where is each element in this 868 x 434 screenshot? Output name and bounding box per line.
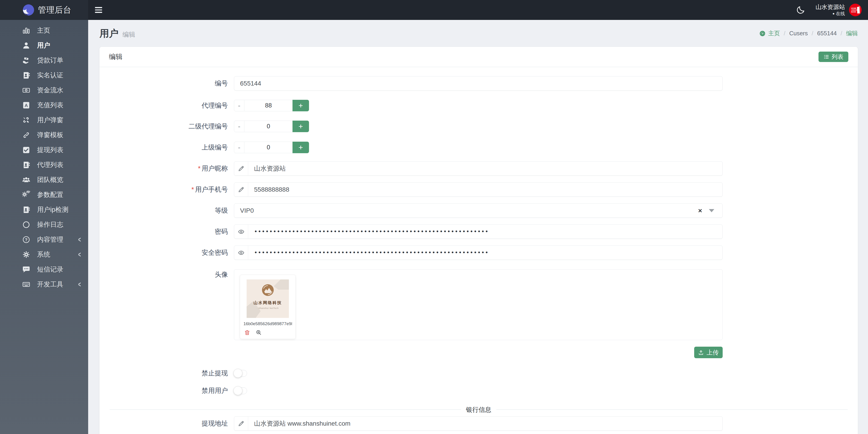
id-card-icon xyxy=(22,71,30,80)
security-password-input[interactable]: ••••••••••••••••••••••••••••••••••••••••… xyxy=(234,245,723,260)
password-input[interactable]: ••••••••••••••••••••••••••••••••••••••••… xyxy=(234,225,723,239)
breadcrumb-id[interactable]: 655144 xyxy=(817,30,837,37)
stepper-minus-button[interactable]: - xyxy=(234,121,244,132)
sidebar-item-sms-log[interactable]: 短信记录 xyxy=(0,262,88,277)
link-icon xyxy=(22,131,30,139)
sub-agent-id-stepper: - 0 + xyxy=(234,121,309,132)
cogs-icon xyxy=(22,191,30,199)
top-header: 管理后台 山水资源站 ●在线 xyxy=(0,0,868,20)
field-label-security-password: 安全密码 xyxy=(99,248,234,257)
clear-selection-icon[interactable]: × xyxy=(698,207,702,214)
sidebar-item-dev-tools[interactable]: 开发工具< xyxy=(0,277,88,292)
level-selected-value: VIP0 xyxy=(234,207,254,214)
security-password-masked-value: ••••••••••••••••••••••••••••••••••••••••… xyxy=(248,249,489,256)
parent-id-value[interactable]: 0 xyxy=(244,142,292,153)
user-block[interactable]: 山水资源站 ●在线 xyxy=(815,3,845,17)
chevron-left-icon: < xyxy=(78,280,81,289)
parent-id-stepper: - 0 + xyxy=(234,142,309,153)
sidebar-item-withdraw-list[interactable]: 提现列表 xyxy=(0,143,88,157)
app-title: 管理后台 xyxy=(38,4,71,16)
stepper-minus-button[interactable]: - xyxy=(234,100,244,111)
forbid-withdraw-toggle[interactable] xyxy=(234,370,247,377)
sidebar-item-user-popup[interactable]: 用户弹窗 xyxy=(0,113,88,127)
field-label-avatar: 头像 xyxy=(99,269,234,279)
sidebar-item-recharge-list[interactable]: 充值列表 xyxy=(0,98,88,113)
upload-button[interactable]: 上传 xyxy=(694,347,723,358)
eye-icon[interactable] xyxy=(234,225,248,238)
agent-id-value[interactable]: 88 xyxy=(244,100,292,111)
sidebar-item-identity-verify[interactable]: 实名认证 xyxy=(0,68,88,83)
withdraw-address-input[interactable]: 山水资源站 www.shanshuinet.com xyxy=(234,416,723,431)
agent-id-stepper: - 88 + xyxy=(234,100,309,111)
pencil-icon xyxy=(234,162,248,175)
avatar-upload-area[interactable]: 山水网络科技 · Shanshui NetTech 16b0e585626d98… xyxy=(234,269,723,340)
phone-input[interactable]: 5588888888 xyxy=(234,182,723,197)
sidebar-item-agent-list[interactable]: 代理列表 xyxy=(0,157,88,172)
sidebar-item-parameter-config[interactable]: 参数配置 xyxy=(0,187,88,202)
breadcrumb-cusers[interactable]: Cusers xyxy=(789,30,808,37)
check-square-icon xyxy=(22,146,30,154)
list-button[interactable]: 列表 xyxy=(818,52,848,62)
brand-block[interactable]: 管理后台 xyxy=(0,0,88,20)
sidebar-item-content-manage[interactable]: 内容管理< xyxy=(0,232,88,247)
header-bar: 山水资源站 ●在线 xyxy=(88,0,868,20)
sidebar-item-system[interactable]: 系统< xyxy=(0,247,88,262)
id-input[interactable]: 655144 xyxy=(234,76,723,90)
avatar-thumbnail-card: 山水网络科技 · Shanshui NetTech 16b0e585626d98… xyxy=(240,275,296,339)
delete-avatar-icon[interactable] xyxy=(244,329,250,336)
field-label-nickname: *用户昵称 xyxy=(99,164,234,173)
pencil-icon xyxy=(234,183,248,196)
question-circle-icon xyxy=(22,236,30,244)
stepper-plus-button[interactable]: + xyxy=(292,142,309,153)
toggle-knob xyxy=(234,386,242,395)
breadcrumb-home[interactable]: 主页 xyxy=(768,29,780,37)
avatar-image[interactable]: 山水网络科技 · Shanshui NetTech xyxy=(247,280,289,318)
nickname-input[interactable]: 山水资源站 xyxy=(234,161,723,176)
stepper-plus-button[interactable]: + xyxy=(292,121,309,132)
field-label-agent-id: 代理编号 xyxy=(99,101,234,110)
chevron-down-icon[interactable] xyxy=(709,209,714,212)
avatar[interactable] xyxy=(848,3,862,17)
field-label-withdraw-address: 提现地址 xyxy=(99,419,234,428)
online-status: ●在线 xyxy=(815,11,845,17)
stepper-minus-button[interactable]: - xyxy=(234,142,244,153)
disable-user-toggle[interactable] xyxy=(234,387,247,394)
circle-icon xyxy=(22,221,30,229)
online-dot: ● xyxy=(833,11,835,16)
page-title: 用户 xyxy=(99,27,119,40)
sidebar-item-user-ip-check[interactable]: 用户ip检测 xyxy=(0,202,88,217)
bank-info-section-divider: 银行信息 xyxy=(110,403,848,410)
level-select[interactable]: VIP0 × xyxy=(234,203,723,218)
sub-agent-id-value[interactable]: 0 xyxy=(244,121,292,132)
app-logo-icon xyxy=(22,4,35,16)
toggle-knob xyxy=(234,369,242,378)
poster-subtitle: · Shanshui NetTech xyxy=(257,307,279,309)
chevron-left-icon: < xyxy=(78,235,81,244)
keyboard-icon xyxy=(22,280,30,289)
avatar-filename: 16b0e585626d989877e98b... xyxy=(243,321,292,326)
field-label-level: 等级 xyxy=(99,206,234,215)
sidebar-item-popup-template[interactable]: 弹窗模板 xyxy=(0,127,88,143)
bank-logo-avatar-icon xyxy=(848,3,862,17)
main-content: 用户 编辑 主页 / Cusers / 655144 / 编辑 编辑 列表 编号 xyxy=(88,20,868,434)
eye-icon[interactable] xyxy=(234,246,248,260)
field-label-disable-user: 禁用用户 xyxy=(99,386,234,395)
address-book-icon xyxy=(22,161,30,169)
pencil-icon xyxy=(234,416,248,430)
dark-mode-toggle-icon[interactable] xyxy=(796,5,805,15)
field-label-password: 密码 xyxy=(99,227,234,236)
field-label-id: 编号 xyxy=(99,79,234,88)
sidebar-item-home[interactable]: 主页 xyxy=(0,23,88,38)
sidebar-item-users[interactable]: 用户 xyxy=(0,38,88,53)
upload-icon xyxy=(698,350,704,355)
sidebar-item-fund-flow[interactable]: 资金流水 xyxy=(0,83,88,98)
field-label-forbid-withdraw: 禁止提现 xyxy=(99,369,234,378)
preview-zoom-icon[interactable] xyxy=(256,329,262,336)
chevron-left-icon: < xyxy=(78,250,81,259)
unlink-icon xyxy=(22,116,30,124)
sidebar-item-operation-log[interactable]: 操作日志 xyxy=(0,217,88,232)
stepper-plus-button[interactable]: + xyxy=(292,100,309,111)
sidebar-item-team-overview[interactable]: 团队概览 xyxy=(0,172,88,187)
sidebar-toggle-button[interactable] xyxy=(95,5,105,15)
sidebar-item-loan-orders[interactable]: 贷款订单 xyxy=(0,53,88,68)
